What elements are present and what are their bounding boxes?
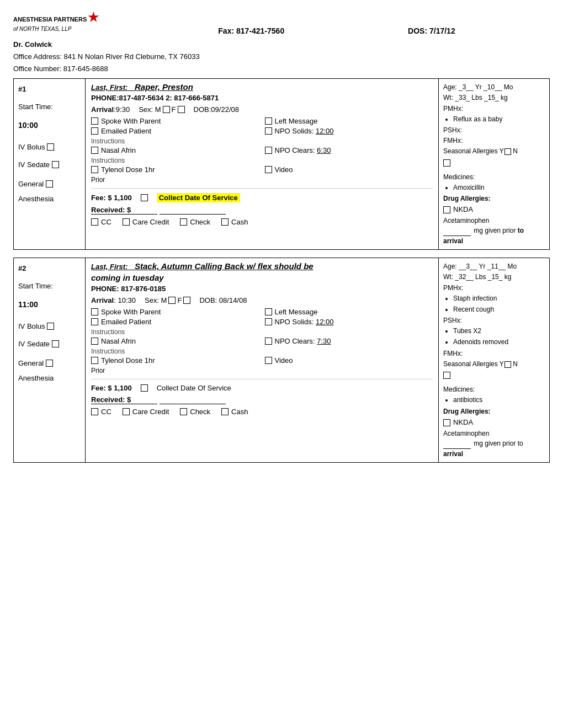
patient2-instructions2: Instructions: [91, 347, 433, 355]
patient2-received-line: Received: $: [91, 395, 433, 404]
patient2-sex-m-checkbox[interactable]: [168, 297, 176, 304]
patient2-spoke-parent-checkbox[interactable]: [91, 308, 98, 315]
patient1-iv-sedate-checkbox[interactable]: [52, 161, 59, 168]
patient1-emailed-patient: Emailed Patient: [91, 127, 259, 135]
patient2-cash-checkbox[interactable]: [221, 408, 229, 415]
patient1-general-checkbox[interactable]: [46, 180, 53, 188]
patient2-general-checkbox[interactable]: [46, 360, 53, 367]
patient1-collect-checkbox[interactable]: [141, 194, 148, 201]
logo: ANESTHESIA PARTNERS★ of NORTH TEXAS, LLP: [13, 10, 124, 32]
patient1-checkbox-grid: Spoke With Parent Left Message Emailed P…: [91, 117, 433, 135]
patient1-emailed-checkbox[interactable]: [91, 127, 98, 135]
patient2-extra-checkbox[interactable]: [443, 372, 450, 379]
patient1-tylenol-checkbox[interactable]: [91, 166, 98, 173]
patient1-npo-clears-checkbox[interactable]: [265, 147, 272, 154]
patient2-sex-f-label: F: [177, 296, 182, 304]
patient2-cc-checkbox[interactable]: [91, 408, 98, 415]
patient1-fmhx-checkbox[interactable]: [504, 148, 511, 155]
patient1-sex-f-checkbox[interactable]: [178, 106, 185, 113]
patient2-sex-f-checkbox[interactable]: [183, 297, 190, 304]
patient1-fmhx-label: FMHx:: [443, 136, 545, 146]
patient1-spoke-parent-checkbox[interactable]: [91, 117, 98, 125]
patient2-check: Check: [180, 408, 210, 416]
patient2-payment-options: CC Care Credit Check Cash: [91, 408, 433, 416]
patient1-start-time-label: Start Time:: [18, 100, 81, 114]
patient2-name-line: Last, First: Stack, Autumn Calling Back …: [91, 261, 433, 271]
logo-line2: of NORTH TEXAS, LLP: [13, 26, 100, 32]
patient2-check-checkbox[interactable]: [180, 408, 187, 415]
patient2-emailed-label: Emailed Patient: [101, 318, 151, 326]
patient1-fee-line: Fee: $ 1,100 Collect Date Of Service: [91, 193, 433, 202]
patient1-check-checkbox[interactable]: [180, 218, 187, 226]
patient1-cc: CC: [91, 218, 111, 226]
patient1-video: Video: [265, 165, 433, 174]
patient1-dob: DOB:09/22/08: [194, 105, 239, 114]
patient2-care-credit-checkbox[interactable]: [123, 408, 130, 415]
patient1-cc-label: CC: [101, 218, 111, 226]
patient2-arrival-label: Arrival: [91, 296, 114, 304]
patient2-number: #2: [18, 261, 81, 276]
patient1-nkda-checkbox[interactable]: [443, 206, 450, 213]
patient1-iv-bolus-label: IV Bolus: [18, 141, 45, 153]
patient1-left-message-checkbox[interactable]: [265, 117, 272, 125]
patient1-cc-checkbox[interactable]: [91, 218, 98, 226]
patient2-pmhx-list: Staph infection Recent cough: [453, 293, 545, 315]
patient1-check: Check: [180, 218, 210, 226]
patient2-iv-bolus-checkbox[interactable]: [47, 323, 54, 330]
patient1-medicines-list: Amoxicillin: [453, 183, 545, 193]
patient2-iv-sedate-checkbox[interactable]: [52, 340, 59, 347]
patient2-tylenol-checkbox[interactable]: [91, 357, 98, 364]
patient2-pmhx-label: PMHx:: [443, 283, 545, 293]
patient1-tylenol-grid: Tylenol Dose 1hr Video: [91, 165, 433, 174]
patient2-cc: CC: [91, 408, 111, 416]
patient2-collect-checkbox[interactable]: [141, 384, 148, 392]
patient1-extra-checkbox[interactable]: [443, 159, 450, 167]
patient2-npo-clears-checkbox[interactable]: [265, 338, 272, 345]
patient2-acet-label: Acetaminophen: [443, 429, 545, 438]
patient2-last-first-label: Last, First:: [91, 263, 128, 271]
patient2-npo-solids: NPO Solids: 12:00: [265, 318, 433, 326]
patient2-tylenol-label: Tylenol Dose 1hr: [101, 356, 155, 365]
patient1-npo-solids-checkbox[interactable]: [265, 127, 272, 135]
patient1-nasal-afrin-checkbox[interactable]: [91, 147, 98, 154]
patient1-video-checkbox[interactable]: [265, 166, 272, 173]
patient1-drug-allergies-label: Drug Allergies:: [443, 194, 545, 204]
patient1-received-label: Received: $: [91, 206, 157, 215]
patient2-fmhx-value: Seasonal Allergies Y N: [443, 359, 545, 370]
patient2-left-message-checkbox[interactable]: [265, 308, 272, 315]
patient2-tylenol: Tylenol Dose 1hr: [91, 356, 259, 365]
patient1-general-label: General: [18, 178, 44, 190]
patient1-cash-checkbox[interactable]: [221, 218, 229, 226]
patient2-nkda-checkbox[interactable]: [443, 419, 450, 426]
patient2-prior: Prior: [91, 367, 433, 374]
patient1-mg-label: mg given prior to: [474, 227, 524, 234]
patient2-arrival-line: Arrival: 10:30 Sex: M F DOB: 08/14/08: [91, 296, 433, 304]
patient2-nasal-afrin-label: Nasal Afrin: [101, 337, 136, 345]
patient1-collect-label: Collect Date Of Service: [157, 193, 240, 202]
patient2-emailed-checkbox[interactable]: [91, 318, 98, 325]
patient2-npo-solids-checkbox[interactable]: [265, 318, 272, 325]
patient1-age: Age: _3__ Yr _10__ Mo: [443, 82, 545, 93]
patient1-cash-label: Cash: [231, 218, 248, 226]
patient2-video-checkbox[interactable]: [265, 357, 272, 364]
patient2-start-time-label: Start Time:: [18, 279, 81, 293]
patient1-sex-f-label: F: [172, 105, 176, 114]
patient1-nkda: NKDA: [443, 204, 545, 216]
patient2-cash-label: Cash: [231, 408, 248, 416]
patient1-iv-bolus-checkbox[interactable]: [47, 143, 54, 151]
patient1-care-credit-label: Care Credit: [132, 218, 169, 226]
patient1-number: #1: [18, 82, 81, 97]
patient2-npo-clears-label: NPO Clears: 7:30: [275, 337, 331, 345]
patient1-sex-m-checkbox[interactable]: [163, 106, 170, 113]
patient1-instructions1: Instructions: [91, 137, 433, 145]
patient-card-1: #1 Start Time: 10:00 IV Bolus IV Sedate …: [13, 78, 550, 250]
patient1-left-message: Left Message: [265, 117, 433, 125]
patient1-mid-col: Last, First: Raper, Preston PHONE:817-48…: [86, 79, 439, 249]
patient2-nasal-afrin-checkbox[interactable]: [91, 338, 98, 345]
patient2-fmhx-checkbox[interactable]: [504, 361, 511, 368]
patient1-anesthesia-label: Anesthesia: [18, 192, 54, 205]
patient2-arrival-note: arrival: [443, 450, 463, 458]
patient1-time: 10:00: [18, 117, 81, 133]
patient1-care-credit-checkbox[interactable]: [123, 218, 130, 226]
patient2-nasal-afrin: Nasal Afrin: [91, 337, 259, 345]
